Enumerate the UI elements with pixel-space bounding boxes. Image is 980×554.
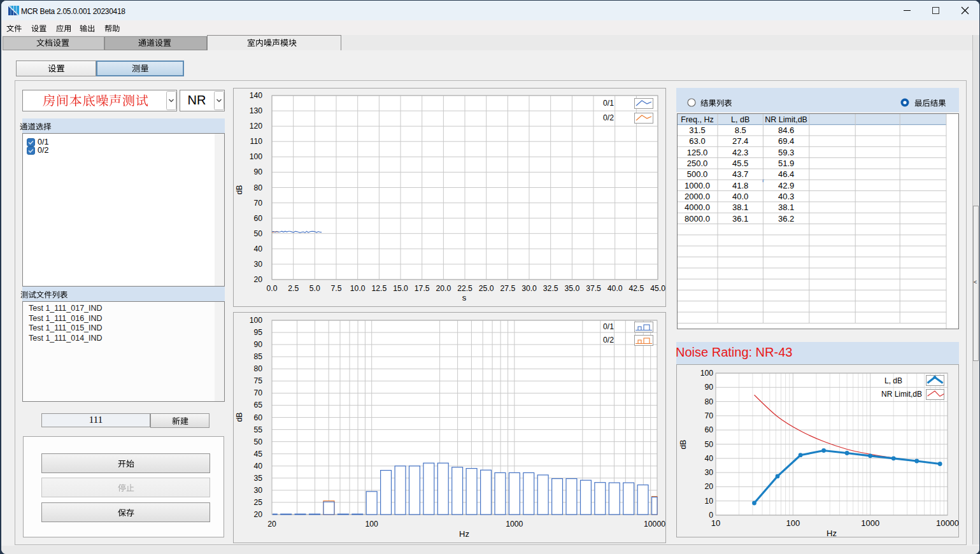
svg-text:35: 35: [253, 474, 262, 483]
svg-text:100: 100: [250, 316, 263, 325]
svg-text:Hz: Hz: [459, 529, 469, 539]
svg-text:90: 90: [253, 167, 262, 176]
svg-text:500.0: 500.0: [687, 169, 708, 179]
svg-text:7.5: 7.5: [331, 284, 342, 293]
svg-text:100: 100: [250, 152, 263, 161]
svg-text:15.0: 15.0: [393, 284, 408, 293]
svg-text:35.0: 35.0: [565, 284, 580, 293]
svg-text:4000.0: 4000.0: [685, 202, 710, 212]
svg-text:250.0: 250.0: [687, 159, 708, 168]
svg-text:45.5: 45.5: [732, 159, 748, 168]
svg-text:50: 50: [704, 440, 713, 449]
svg-text:1000.0: 1000.0: [685, 181, 710, 190]
svg-text:1000: 1000: [506, 520, 523, 529]
svg-text:51.9: 51.9: [778, 159, 794, 168]
svg-text:27.4: 27.4: [732, 136, 748, 146]
svg-text:84.6: 84.6: [778, 125, 794, 135]
svg-text:0/2: 0/2: [603, 113, 614, 122]
svg-text:38.1: 38.1: [732, 202, 748, 212]
svg-text:L, dB: L, dB: [884, 376, 902, 385]
svg-text:59.3: 59.3: [778, 148, 794, 157]
svg-text:60: 60: [704, 425, 713, 434]
svg-text:10: 10: [711, 518, 720, 528]
svg-text:55: 55: [253, 425, 262, 434]
svg-text:0/1: 0/1: [603, 99, 614, 108]
svg-text:60: 60: [253, 413, 262, 422]
svg-text:Hz: Hz: [827, 529, 837, 537]
svg-text:110: 110: [250, 137, 263, 146]
svg-text:130: 130: [250, 106, 263, 115]
svg-text:2000.0: 2000.0: [685, 192, 710, 201]
svg-text:31.5: 31.5: [689, 125, 705, 135]
svg-text:NR Limit,dB: NR Limit,dB: [881, 390, 922, 399]
svg-text:17.5: 17.5: [415, 284, 430, 293]
svg-text:70: 70: [253, 199, 262, 208]
svg-text:40: 40: [253, 245, 262, 253]
svg-text:63.0: 63.0: [689, 136, 705, 146]
svg-text:70: 70: [704, 411, 713, 420]
svg-text:50: 50: [253, 229, 262, 238]
svg-text:20: 20: [704, 482, 713, 491]
svg-text:10.0: 10.0: [350, 284, 366, 293]
svg-text:100: 100: [700, 369, 714, 378]
svg-text:Freq., Hz: Freq., Hz: [681, 115, 713, 124]
svg-text:27.5: 27.5: [501, 284, 516, 293]
svg-text:10: 10: [704, 497, 713, 506]
svg-text:30: 30: [253, 260, 262, 269]
svg-text:125.0: 125.0: [687, 148, 708, 157]
svg-text:42.3: 42.3: [732, 148, 748, 157]
svg-text:40.0: 40.0: [607, 284, 623, 293]
svg-text:95: 95: [253, 328, 262, 337]
svg-text:40.0: 40.0: [732, 192, 748, 201]
svg-text:0/1: 0/1: [603, 322, 614, 331]
svg-text:42.5: 42.5: [629, 284, 644, 293]
svg-text:37.5: 37.5: [586, 284, 601, 293]
svg-text:dB: dB: [235, 185, 244, 195]
svg-text:65: 65: [253, 401, 262, 409]
svg-text:NR Limit,dB: NR Limit,dB: [765, 115, 807, 124]
svg-text:50: 50: [253, 437, 262, 446]
svg-text:20: 20: [253, 275, 262, 284]
svg-text:32.5: 32.5: [543, 284, 558, 293]
svg-text:40: 40: [253, 462, 262, 471]
svg-text:0/2: 0/2: [603, 336, 614, 344]
svg-text:25.0: 25.0: [479, 284, 494, 293]
svg-text:2.5: 2.5: [288, 284, 299, 293]
svg-text:100: 100: [366, 520, 379, 529]
svg-text:20: 20: [253, 510, 262, 519]
svg-text:38.1: 38.1: [778, 202, 794, 212]
svg-text:s: s: [462, 293, 467, 302]
svg-text:90: 90: [253, 340, 262, 349]
svg-text:30: 30: [253, 486, 262, 495]
svg-text:30.0: 30.0: [522, 284, 537, 293]
svg-text:40: 40: [704, 454, 713, 463]
svg-text:8000.0: 8000.0: [685, 214, 710, 224]
svg-text:20: 20: [267, 520, 276, 529]
svg-text:75: 75: [253, 376, 262, 385]
svg-text:85: 85: [253, 352, 262, 361]
svg-text:36.2: 36.2: [778, 214, 794, 224]
svg-text:0.0: 0.0: [267, 284, 278, 293]
svg-text:dB: dB: [679, 440, 688, 450]
svg-text:60: 60: [253, 214, 262, 223]
svg-text:40.3: 40.3: [778, 192, 794, 201]
svg-text:30: 30: [704, 468, 713, 477]
svg-text:80: 80: [704, 397, 713, 406]
svg-text:r: r: [762, 177, 764, 183]
svg-text:8.5: 8.5: [735, 125, 746, 135]
svg-text:36.1: 36.1: [732, 214, 748, 224]
svg-text:20.0: 20.0: [436, 284, 451, 293]
svg-text:1000: 1000: [861, 518, 879, 528]
svg-text:70: 70: [253, 388, 262, 397]
svg-text:80: 80: [253, 183, 262, 192]
svg-text:41.8: 41.8: [732, 181, 748, 190]
svg-text:10000: 10000: [644, 520, 665, 529]
svg-text:10000: 10000: [936, 518, 959, 528]
svg-text:5.0: 5.0: [309, 284, 320, 293]
svg-text:45: 45: [253, 450, 262, 458]
svg-text:140: 140: [250, 91, 263, 100]
svg-text:12.5: 12.5: [372, 284, 387, 293]
svg-text:90: 90: [704, 383, 713, 392]
svg-text:22.5: 22.5: [457, 284, 472, 293]
svg-text:100: 100: [786, 518, 800, 528]
